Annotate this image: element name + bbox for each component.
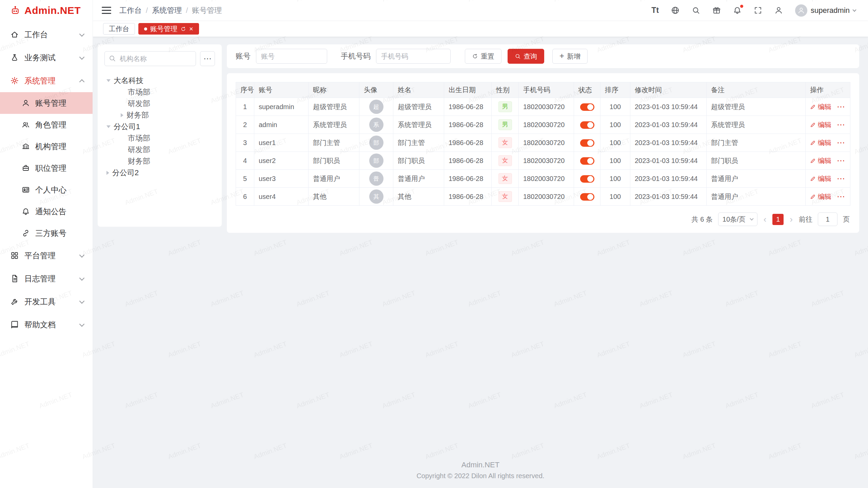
language-icon[interactable] [671,6,679,15]
refresh-icon [472,53,478,59]
gender-badge: 女 [498,173,512,184]
sidebar-item-org[interactable]: 机构管理 [0,136,93,157]
tree-caret-icon[interactable] [106,79,111,82]
refresh-icon[interactable] [180,26,186,32]
column-header: 出生日期 [444,82,492,98]
footer: Admin.NET Copyright © 2022 Dilon All rig… [93,461,868,488]
more-actions-button[interactable]: ⋯ [837,192,845,201]
sidebar-item-log[interactable]: 日志管理 [0,267,93,290]
status-toggle[interactable] [580,103,594,111]
tree-node-label: 研发部 [128,99,150,109]
sidebar-item-position[interactable]: 职位管理 [0,157,93,179]
cell-modified: 2023-01-03 10:59:44 [630,170,707,188]
tree-node[interactable]: 分公司1 [104,121,215,133]
edit-button[interactable]: 编辑 [810,138,831,147]
sidebar-item-help[interactable]: 帮助文档 [0,313,93,336]
edit-button[interactable]: 编辑 [810,192,831,201]
more-actions-button[interactable]: ⋯ [837,103,845,111]
theme-icon[interactable] [712,6,721,15]
breadcrumb-item[interactable]: 工作台 [119,5,142,16]
cell-gender: 男 [492,98,519,116]
logo[interactable]: Admin.NET [0,0,93,21]
tree-node-label: 财务部 [126,110,149,120]
table-row: 6 user4 其他 其 其他 1986-06-28 女 18020030720 [236,188,850,206]
page-number-button[interactable]: 1 [772,214,784,225]
status-toggle[interactable] [580,175,594,183]
tree-caret-icon[interactable] [106,125,111,128]
sidebar-item-role[interactable]: 角色管理 [0,114,93,136]
bell-icon [22,207,30,216]
status-toggle[interactable] [580,193,594,201]
fullscreen-icon[interactable] [754,6,762,15]
tree-node[interactable]: 研发部 [104,98,215,109]
close-icon[interactable]: × [189,25,193,32]
settings-icon[interactable] [774,6,783,15]
account-input[interactable] [256,49,327,64]
cell-avatar: 其 [359,188,393,206]
breadcrumb-item[interactable]: 系统管理 [152,5,182,16]
more-actions-button[interactable]: ⋯ [837,139,845,147]
tree-node-label: 分公司2 [112,168,139,178]
tab-workbench[interactable]: 工作台 [103,23,135,35]
edit-button[interactable]: 编辑 [810,174,831,183]
cell-modified: 2023-01-03 10:59:44 [630,116,707,134]
tree-caret-icon[interactable] [106,171,109,175]
font-size-icon[interactable]: Tt [651,6,659,15]
prev-page-button[interactable]: ‹ [763,214,767,225]
cell-actions: 编辑 ⋯ [806,134,850,152]
more-actions-button[interactable]: ⋯ [837,121,845,129]
goto-page-input[interactable] [818,212,837,226]
search-button[interactable]: 查询 [508,49,544,64]
sidebar-item-devtools[interactable]: 开发工具 [0,290,93,313]
phone-input[interactable] [376,49,451,64]
next-page-button[interactable]: › [789,214,793,225]
tree-caret-icon[interactable] [121,113,123,117]
search-icon[interactable] [692,6,700,15]
cell-modified: 2023-01-03 10:59:44 [630,134,707,152]
sidebar-item-platform[interactable]: 平台管理 [0,244,93,267]
menu-toggle-icon[interactable] [102,7,111,14]
reset-button[interactable]: 重置 [465,49,501,64]
sidebar-item-account[interactable]: 账号管理 [0,92,93,114]
column-header: 操作 [806,82,850,98]
cell-remark: 部门主管 [707,134,806,152]
org-search-input[interactable] [104,51,196,66]
search-label: 查询 [524,52,537,61]
edit-label: 编辑 [818,120,831,129]
user-menu[interactable]: superadmin [795,4,856,17]
edit-button[interactable]: 编辑 [810,156,831,165]
edit-button[interactable]: 编辑 [810,120,831,129]
sidebar-item-profile[interactable]: 个人中心 [0,179,93,201]
status-toggle[interactable] [580,139,594,147]
query-panel: 账号 手机号码 重置 查询 + 新增 [227,44,859,68]
tree-node[interactable]: 财务部 [104,156,215,167]
tree-node[interactable]: 分公司2 [104,167,215,179]
tab-account-management[interactable]: 账号管理 × [138,23,199,35]
tree-node[interactable]: 大名科技 [104,75,215,86]
sidebar-item-notice[interactable]: 通知公告 [0,201,93,222]
phone-label: 手机号码 [341,51,371,61]
sidebar-item-business-test[interactable]: 业务测试 [0,46,93,69]
accounts-table: 序号账号昵称头像姓名出生日期性别手机号码状态排序修改时间备注操作 1 super… [236,82,850,206]
sidebar-item-thirdparty[interactable]: 三方账号 [0,222,93,244]
tree-node[interactable]: 财务部 [104,109,215,121]
page-size-select[interactable]: 10条/页 [718,212,757,226]
cell-actions: 编辑 ⋯ [806,116,850,134]
tree-node[interactable]: 市场部 [104,86,215,98]
edit-button[interactable]: 编辑 [810,102,831,111]
cell-name: 系统管理员 [393,116,444,134]
add-button[interactable]: + 新增 [552,49,588,64]
notification-icon[interactable] [733,6,742,15]
sidebar-item-workbench[interactable]: 工作台 [0,23,93,46]
tree-node[interactable]: 市场部 [104,133,215,144]
avatar: 系 [369,118,383,132]
tree-more-button[interactable]: ⋯ [200,51,215,66]
more-actions-button[interactable]: ⋯ [837,157,845,165]
sidebar-item-system[interactable]: 系统管理 [0,69,93,92]
reset-label: 重置 [481,52,494,61]
status-toggle[interactable] [580,121,594,129]
more-actions-button[interactable]: ⋯ [837,175,845,183]
tree-node[interactable]: 研发部 [104,144,215,156]
status-toggle[interactable] [580,157,594,165]
cell-gender: 女 [492,188,519,206]
